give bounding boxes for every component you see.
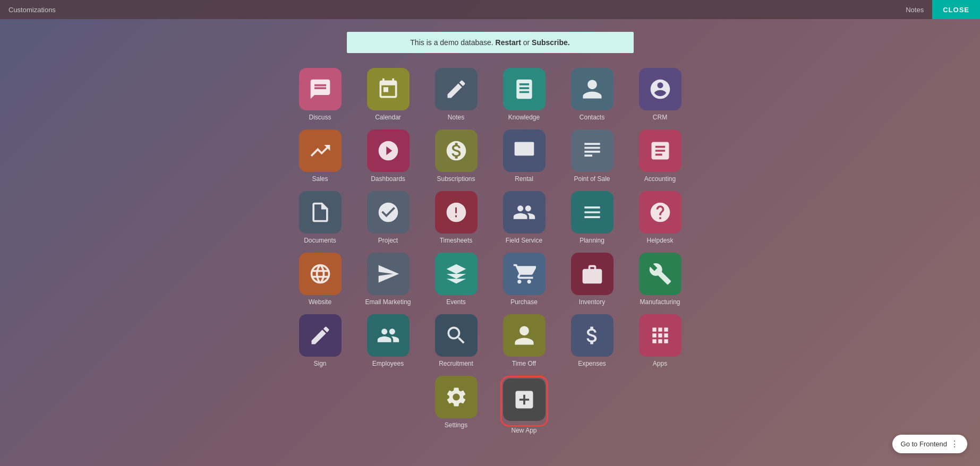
app-item-documents[interactable]: Documents xyxy=(288,191,352,244)
app-item-crm[interactable]: CRM xyxy=(628,68,692,121)
app-label-rental: Rental xyxy=(515,175,533,183)
app-item-dashboards[interactable]: Dashboards xyxy=(356,130,420,183)
app-label-timeoff: Time Off xyxy=(512,360,536,367)
app-icon-subscriptions xyxy=(435,130,478,172)
app-item-contacts[interactable]: Contacts xyxy=(560,68,624,121)
svg-rect-0 xyxy=(514,142,534,156)
app-icon-documents xyxy=(299,191,342,234)
banner-text: This is a demo database. xyxy=(410,38,493,47)
app-item-website[interactable]: Website xyxy=(288,253,352,306)
app-label-knowledge: Knowledge xyxy=(508,114,540,121)
app-icon-timesheets xyxy=(435,191,478,234)
app-icon-employees xyxy=(367,314,410,357)
app-item-emailmarketing[interactable]: Email Marketing xyxy=(356,253,420,306)
app-item-manufacturing[interactable]: Manufacturing xyxy=(628,253,692,306)
app-label-employees: Employees xyxy=(372,360,404,367)
app-label-subscriptions: Subscriptions xyxy=(437,175,475,183)
demo-banner: This is a demo database. Restart or Subs… xyxy=(347,32,634,53)
subscribe-link[interactable]: Subscribe. xyxy=(532,38,570,47)
app-item-helpdesk[interactable]: Helpdesk xyxy=(628,191,692,244)
close-button[interactable]: CLOSE xyxy=(932,0,980,19)
app-label-project: Project xyxy=(378,237,398,244)
app-label-manufacturing: Manufacturing xyxy=(640,298,680,306)
app-label-calendar: Calendar xyxy=(375,114,401,121)
app-icon-sign xyxy=(299,314,342,357)
more-options-icon[interactable]: ⋮ xyxy=(950,439,959,449)
app-icon-contacts xyxy=(571,68,613,110)
app-label-discuss: Discuss xyxy=(309,114,331,121)
app-item-accounting[interactable]: Accounting xyxy=(628,130,692,183)
app-icon-fieldservice xyxy=(503,191,546,234)
app-label-sign: Sign xyxy=(313,360,326,367)
app-icon-crm xyxy=(639,68,681,110)
app-item-fieldservice[interactable]: Field Service xyxy=(492,191,556,244)
app-icon-apps xyxy=(639,314,681,357)
app-icon-pos xyxy=(571,130,613,172)
app-icon-discuss xyxy=(299,68,342,110)
app-label-timesheets: Timesheets xyxy=(440,237,473,244)
app-icon-inventory xyxy=(571,253,613,295)
app-label-contacts: Contacts xyxy=(580,114,604,121)
app-item-inventory[interactable]: Inventory xyxy=(560,253,624,306)
app-item-rental[interactable]: Rental xyxy=(492,130,556,183)
app-icon-settings xyxy=(435,376,478,418)
app-label-planning: Planning xyxy=(580,237,604,244)
banner-or: or xyxy=(523,38,532,47)
top-bar-actions: Notes CLOSE xyxy=(897,0,980,19)
app-item-discuss[interactable]: Discuss xyxy=(288,68,352,121)
app-item-recruitment[interactable]: Recruitment xyxy=(424,314,488,367)
app-label-events: Events xyxy=(446,298,466,306)
app-label-apps: Apps xyxy=(653,360,667,367)
app-item-events[interactable]: Events xyxy=(424,253,488,306)
app-label-emailmarketing: Email Marketing xyxy=(365,298,411,306)
app-item-sign[interactable]: Sign xyxy=(288,314,352,367)
app-label-expenses: Expenses xyxy=(578,360,606,367)
app-label-crm: CRM xyxy=(653,114,667,121)
app-icon-helpdesk xyxy=(639,191,681,234)
app-label-website: Website xyxy=(309,298,331,306)
app-item-project[interactable]: Project xyxy=(356,191,420,244)
page-title: Customizations xyxy=(8,6,56,14)
app-icon-website xyxy=(299,253,342,295)
app-item-sales[interactable]: Sales xyxy=(288,130,352,183)
app-label-fieldservice: Field Service xyxy=(506,237,542,244)
app-icon-dashboards xyxy=(367,130,410,172)
app-label-helpdesk: Helpdesk xyxy=(646,237,673,244)
app-icon-accounting xyxy=(639,130,681,172)
app-item-settings[interactable]: Settings xyxy=(424,376,488,434)
app-icon-rental xyxy=(503,130,546,172)
app-icon-calendar xyxy=(367,68,410,110)
app-icon-expenses xyxy=(571,314,613,357)
new-app-highlight xyxy=(500,376,548,427)
app-item-calendar[interactable]: Calendar xyxy=(356,68,420,121)
app-icon-events xyxy=(435,253,478,295)
app-item-expenses[interactable]: Expenses xyxy=(560,314,624,367)
go-frontend-label: Go to Frontend xyxy=(901,440,947,448)
restart-link[interactable]: Restart xyxy=(496,38,521,47)
app-item-purchase[interactable]: Purchase xyxy=(492,253,556,306)
app-label-recruitment: Recruitment xyxy=(439,360,473,367)
app-item-notes[interactable]: Notes xyxy=(424,68,488,121)
app-item-subscriptions[interactable]: Subscriptions xyxy=(424,130,488,183)
app-label-sales: Sales xyxy=(312,175,328,183)
app-icon-recruitment xyxy=(435,314,478,357)
app-item-timesheets[interactable]: Timesheets xyxy=(424,191,488,244)
app-item-knowledge[interactable]: Knowledge xyxy=(492,68,556,121)
app-label-pos: Point of Sale xyxy=(574,175,610,183)
app-icon-sales xyxy=(299,130,342,172)
app-item-planning[interactable]: Planning xyxy=(560,191,624,244)
app-item-apps[interactable]: Apps xyxy=(628,314,692,367)
app-icon-notes xyxy=(435,68,478,110)
app-icon-purchase xyxy=(503,253,546,295)
app-item-timeoff[interactable]: Time Off xyxy=(492,314,556,367)
app-icon-manufacturing xyxy=(639,253,681,295)
app-label-newapp: New App xyxy=(511,427,536,434)
app-icon-newapp xyxy=(503,378,546,421)
top-bar: Customizations Notes CLOSE xyxy=(0,0,980,19)
app-item-newapp[interactable]: New App xyxy=(492,376,556,434)
app-item-employees[interactable]: Employees xyxy=(356,314,420,367)
app-item-pos[interactable]: Point of Sale xyxy=(560,130,624,183)
app-icon-emailmarketing xyxy=(367,253,410,295)
go-frontend-button[interactable]: Go to Frontend ⋮ xyxy=(892,435,967,453)
notes-link[interactable]: Notes xyxy=(897,0,932,19)
